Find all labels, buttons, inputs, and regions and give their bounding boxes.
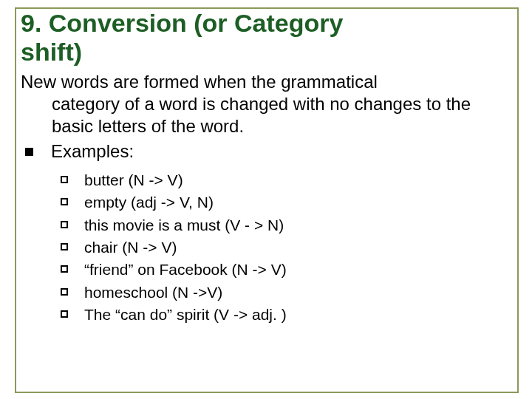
- intro-first-line: New words are formed when the grammatica…: [21, 72, 378, 92]
- list-item: “friend” on Facebook (N -> V): [61, 259, 516, 280]
- intro-continuation: category of a word is changed with no ch…: [52, 93, 516, 137]
- slide: 9. Conversion (or Category shift) New wo…: [0, 0, 532, 399]
- example-text: this movie is a must (V - > N): [84, 215, 284, 236]
- hollow-square-icon: [61, 310, 68, 318]
- examples-list: butter (N -> V) empty (adj -> V, N) this…: [61, 170, 516, 325]
- example-text: empty (adj -> V, N): [84, 192, 214, 213]
- hollow-square-icon: [61, 243, 68, 250]
- hollow-square-icon: [61, 265, 68, 273]
- list-item: homeschool (N ->V): [61, 282, 516, 303]
- list-item: this movie is a must (V - > N): [61, 215, 516, 236]
- intro-paragraph: New words are formed when the grammatica…: [21, 71, 516, 137]
- slide-title: 9. Conversion (or Category shift): [21, 9, 516, 66]
- list-item: empty (adj -> V, N): [61, 192, 516, 213]
- example-text: “friend” on Facebook (N -> V): [84, 259, 287, 280]
- list-item: chair (N -> V): [61, 237, 516, 258]
- examples-heading-row: Examples:: [21, 140, 516, 163]
- examples-label: Examples:: [51, 140, 134, 163]
- example-text: chair (N -> V): [84, 237, 177, 258]
- list-item: The “can do” spirit (V -> adj. ): [61, 304, 516, 325]
- title-line-2: shift): [21, 38, 82, 66]
- list-item: butter (N -> V): [61, 170, 516, 191]
- hollow-square-icon: [61, 288, 68, 296]
- example-text: butter (N -> V): [84, 170, 183, 191]
- title-line-1: 9. Conversion (or Category: [21, 9, 343, 37]
- example-text: homeschool (N ->V): [84, 282, 222, 303]
- hollow-square-icon: [61, 221, 68, 228]
- square-bullet-icon: [25, 148, 33, 156]
- hollow-square-icon: [61, 198, 68, 205]
- example-text: The “can do” spirit (V -> adj. ): [84, 304, 287, 325]
- slide-body: New words are formed when the grammatica…: [21, 71, 516, 327]
- hollow-square-icon: [61, 176, 68, 183]
